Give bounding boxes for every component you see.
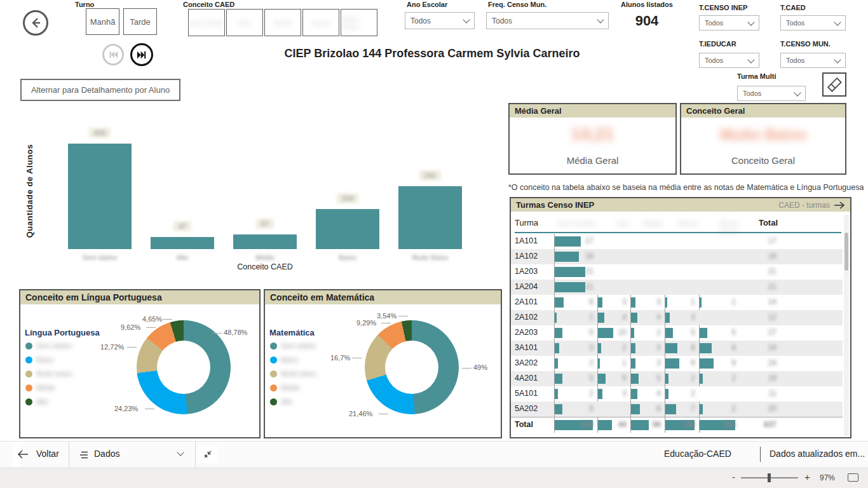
table-row[interactable]: 1A2042121	[511, 280, 843, 295]
legend-item[interactable]: Médio	[25, 384, 72, 391]
donut-percent-label: 16,7%	[330, 354, 350, 362]
table-cell: 8	[665, 341, 698, 356]
bar[interactable]	[68, 144, 132, 249]
cell-bar	[665, 313, 670, 323]
tcaed-label: T.CAED	[780, 4, 806, 11]
back-button[interactable]	[23, 10, 48, 36]
table-row[interactable]: 1A1021616	[511, 249, 843, 264]
tieducar-dropdown[interactable]: Todos	[699, 53, 759, 68]
table-cell: 9	[665, 356, 698, 371]
table-row[interactable]: 2A20351025527	[511, 325, 843, 341]
conceito-caed-filter-buttons: Sem dadosAltoMédioBaixoMuito Baixo	[188, 9, 377, 36]
table-cell: 5	[597, 371, 629, 386]
legend-item[interactable]: Alto	[25, 398, 72, 405]
media-geral-card[interactable]: Média Geral 14,21 Média Geral	[508, 103, 677, 175]
lp-donut-chart[interactable]	[137, 320, 231, 414]
table-scrollbar[interactable]	[844, 215, 849, 436]
zoom-slider-thumb[interactable]	[768, 473, 771, 482]
alunos-listados-label: Alunos listados	[621, 1, 673, 8]
ano-escolar-dropdown[interactable]: Todos	[405, 12, 475, 29]
legend-label: Sem dados	[36, 342, 72, 349]
toggle-detail-button[interactable]: Alternar para Detalhamento por Aluno	[20, 79, 180, 101]
cell-bar	[665, 374, 668, 384]
legend-item[interactable]: Alto	[270, 398, 316, 405]
bar[interactable]	[151, 237, 214, 249]
table-row[interactable]: 1A2032121	[511, 264, 843, 280]
tcaed-value: Todos	[786, 19, 804, 27]
caed-turmas-link[interactable]: CAED - turmas	[778, 201, 830, 210]
turno-tarde-button[interactable]: Tarde	[123, 8, 157, 35]
tcaed-dropdown[interactable]: Todos	[780, 15, 846, 30]
table-row-total: 24	[740, 358, 776, 367]
legend-swatch	[25, 398, 32, 405]
table-row[interactable]: 2A1016331114	[511, 295, 843, 310]
conceito-caed-option-button[interactable]: Sem dados	[188, 9, 225, 36]
table-row[interactable]: 4A2015552219	[511, 371, 843, 386]
legend-item[interactable]: Baixo	[270, 356, 316, 363]
skip-previous-button[interactable]	[102, 44, 124, 65]
tcenso-mun-dropdown[interactable]: Todos	[780, 53, 846, 68]
table-row[interactable]: 5A202567220	[511, 402, 843, 417]
cell-value: 3	[656, 343, 661, 352]
skip-next-button[interactable]	[130, 43, 153, 66]
table-row-total: 12	[740, 313, 776, 322]
conceito-geral-card-title: Conceito Geral	[686, 106, 745, 116]
freq-censo-value: Todos	[492, 17, 512, 25]
conceito-caed-option-button[interactable]: Alto	[226, 9, 263, 36]
bar[interactable]	[233, 234, 297, 249]
cell-bar	[631, 404, 640, 414]
table-cell: 17	[554, 234, 596, 249]
legend-item[interactable]: Sem dados	[25, 342, 72, 349]
freq-censo-dropdown[interactable]: Todos	[486, 12, 609, 29]
legend-item[interactable]: Baixo	[25, 356, 72, 363]
legend-item[interactable]: Muito baixo	[25, 370, 72, 377]
table-cell: 5	[699, 325, 738, 341]
conceito-geral-card[interactable]: Conceito Geral Muito Baixo Conceito Gera…	[680, 103, 846, 175]
collapse-button[interactable]	[198, 445, 217, 463]
table-row[interactable]: 2A102144312	[511, 310, 843, 325]
table-cell: 5	[665, 325, 698, 341]
table-row-total: 24	[740, 343, 776, 352]
table-row[interactable]: 5A101234211	[511, 386, 843, 402]
table-row[interactable]: 1A1011717	[511, 234, 843, 249]
mt-panel-title: Conceito em Matemática	[270, 292, 374, 302]
legend-item[interactable]: Muito baixo	[270, 370, 316, 377]
clear-filters-button[interactable]	[822, 72, 846, 97]
drillthrough-arrow-icon[interactable]	[834, 201, 845, 210]
table-cell: 3	[630, 295, 663, 310]
bar[interactable]	[316, 209, 379, 249]
zoom-in-button[interactable]: +	[804, 471, 810, 482]
fit-to-page-icon[interactable]	[848, 473, 858, 482]
tcenso-inep-dropdown[interactable]: Todos	[699, 15, 759, 30]
cell-bar	[555, 328, 562, 338]
conceito-caed-option-button[interactable]: Médio	[264, 9, 301, 36]
conceito-caed-option-button[interactable]: Baixo	[302, 9, 339, 36]
table-row-turma: 5A101	[515, 389, 538, 398]
cell-value: 6	[656, 404, 661, 413]
table-scrollbar-thumb[interactable]	[844, 233, 848, 271]
updated-label[interactable]: Dados atualizados em...	[770, 449, 865, 459]
dados-menu[interactable]: Dados	[69, 442, 195, 467]
turno-manha-button[interactable]: Manhã	[86, 8, 119, 35]
mt-donut-chart[interactable]	[365, 320, 459, 414]
table-column-header: Médio	[630, 219, 663, 228]
turma-multi-dropdown[interactable]: Todos	[737, 86, 806, 101]
conceito-caed-option-button[interactable]: Muito Baixo	[341, 9, 377, 36]
cell-bar	[555, 374, 562, 384]
conceito-caed-label: Conceito CAED	[183, 1, 234, 8]
freq-censo-label: Freq. Censo Mun.	[488, 1, 546, 8]
legend-item[interactable]: Médio	[270, 384, 316, 391]
table-column-header: Baixo	[665, 219, 698, 228]
legend-item[interactable]: Sem dados	[270, 342, 316, 349]
zoom-out-button[interactable]: -	[732, 471, 735, 482]
voltar-button[interactable]: Voltar	[13, 442, 20, 467]
table-row-turma: 3A202	[515, 358, 538, 367]
bar[interactable]	[398, 186, 462, 249]
legend-label: Baixo	[36, 356, 54, 363]
table-row[interactable]: 3A1013238824	[511, 341, 843, 356]
table-row[interactable]: 3A2022139924	[511, 356, 843, 371]
zoom-slider[interactable]	[741, 477, 798, 478]
table-total-row[interactable]: Total3544456149234837	[511, 417, 843, 432]
tcenso-inep-value: Todos	[705, 19, 723, 27]
cell-value: 2	[656, 328, 661, 337]
